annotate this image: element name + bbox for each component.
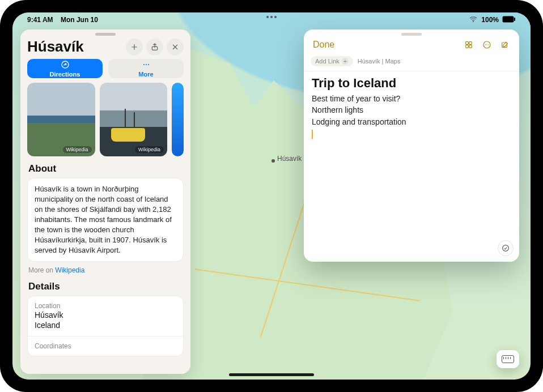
- svg-rect-9: [469, 42, 472, 45]
- show-keyboard-button[interactable]: [497, 350, 519, 368]
- svg-rect-11: [469, 45, 472, 48]
- card-grabber[interactable]: [95, 33, 116, 36]
- coordinates-label: Coordinates: [35, 342, 176, 350]
- close-button[interactable]: [167, 39, 184, 56]
- note-toolbar: Done: [304, 37, 519, 56]
- place-photo[interactable]: Wikipedia: [100, 83, 168, 156]
- markup-button[interactable]: [498, 240, 514, 256]
- svg-rect-1: [503, 16, 514, 22]
- svg-point-17: [503, 245, 509, 252]
- more-actions-button[interactable]: [478, 36, 495, 53]
- svg-point-14: [486, 44, 487, 45]
- about-heading: About: [20, 162, 190, 178]
- status-left: 9:41 AM Mon Jun 10: [27, 16, 98, 24]
- status-time: 9:41 AM: [27, 16, 53, 24]
- add-link-chip[interactable]: Add Link +: [311, 56, 353, 66]
- place-card[interactable]: Húsavík Directions: [20, 29, 190, 374]
- svg-point-0: [473, 21, 474, 22]
- location-value-city: Húsavík: [35, 310, 176, 320]
- ipad-frame: Húsavík 9:41 AM Mon Jun 10 100%: [0, 0, 543, 392]
- keyboard-icon: [502, 355, 514, 363]
- place-title: Húsavík: [27, 38, 122, 56]
- svg-rect-2: [514, 18, 515, 21]
- more-icon: [142, 60, 151, 70]
- svg-point-6: [145, 63, 146, 65]
- location-label: Location: [35, 302, 176, 310]
- more-on-prefix: More on: [28, 266, 55, 274]
- svg-point-15: [488, 44, 489, 45]
- status-date: Mon Jun 10: [61, 16, 98, 24]
- note-grabber[interactable]: [401, 33, 422, 36]
- directions-label: Directions: [50, 71, 80, 78]
- svg-rect-10: [466, 45, 469, 48]
- add-link-label: Add Link: [315, 58, 340, 65]
- screen: Húsavík 9:41 AM Mon Jun 10 100%: [12, 12, 531, 380]
- photo-carousel[interactable]: Wikipedia Wikipedia: [20, 83, 190, 162]
- share-button[interactable]: [146, 39, 163, 56]
- location-value-country: Iceland: [35, 320, 176, 330]
- compose-button[interactable]: [497, 36, 514, 53]
- link-suggestion-row: Add Link + Húsavík | Maps: [304, 56, 519, 71]
- battery-percent: 100%: [481, 16, 499, 24]
- svg-rect-8: [466, 42, 469, 45]
- gallery-view-button[interactable]: [460, 36, 477, 53]
- photo-credit: Wikipedia: [135, 146, 164, 153]
- done-button[interactable]: Done: [309, 39, 338, 51]
- battery-icon: [502, 16, 516, 24]
- wifi-icon: [469, 15, 478, 25]
- directions-button[interactable]: Directions: [27, 59, 103, 78]
- more-label: More: [138, 71, 153, 78]
- about-text: Húsavík is a town in Norðurþing municipa…: [27, 178, 184, 262]
- photo-credit: Wikipedia: [63, 146, 92, 153]
- svg-point-5: [143, 63, 144, 65]
- svg-point-7: [147, 63, 149, 65]
- note-line[interactable]: Best time of year to visit?: [312, 93, 511, 104]
- status-right: 100%: [469, 15, 516, 25]
- map-pin-label: Húsavík: [277, 155, 302, 163]
- text-cursor: [312, 130, 313, 139]
- quick-note-window[interactable]: Done Add Link + Húsavík | Maps: [304, 29, 519, 262]
- plus-icon: +: [342, 58, 349, 65]
- wikipedia-link[interactable]: Wikipedia: [55, 266, 84, 274]
- more-button[interactable]: More: [108, 59, 184, 78]
- place-photo-peek[interactable]: [172, 83, 184, 156]
- more-on-wikipedia[interactable]: More on Wikipedia: [20, 265, 190, 280]
- note-line[interactable]: Lodging and transportation: [312, 116, 511, 127]
- details-box: Location Húsavík Iceland Coordinates: [27, 296, 184, 356]
- note-line[interactable]: Northern lights: [312, 104, 511, 116]
- svg-point-13: [485, 44, 486, 45]
- place-photo[interactable]: Wikipedia: [27, 83, 95, 156]
- details-heading: Details: [20, 280, 190, 296]
- note-title[interactable]: Trip to Iceland: [312, 76, 511, 91]
- link-breadcrumb[interactable]: Húsavík | Maps: [358, 58, 401, 65]
- multitask-control[interactable]: [266, 16, 277, 18]
- status-bar: 9:41 AM Mon Jun 10 100%: [12, 12, 531, 25]
- directions-icon: [61, 60, 70, 70]
- add-button[interactable]: [126, 39, 143, 56]
- note-body[interactable]: Trip to Iceland Best time of year to vis…: [304, 71, 519, 143]
- home-indicator[interactable]: [229, 373, 314, 376]
